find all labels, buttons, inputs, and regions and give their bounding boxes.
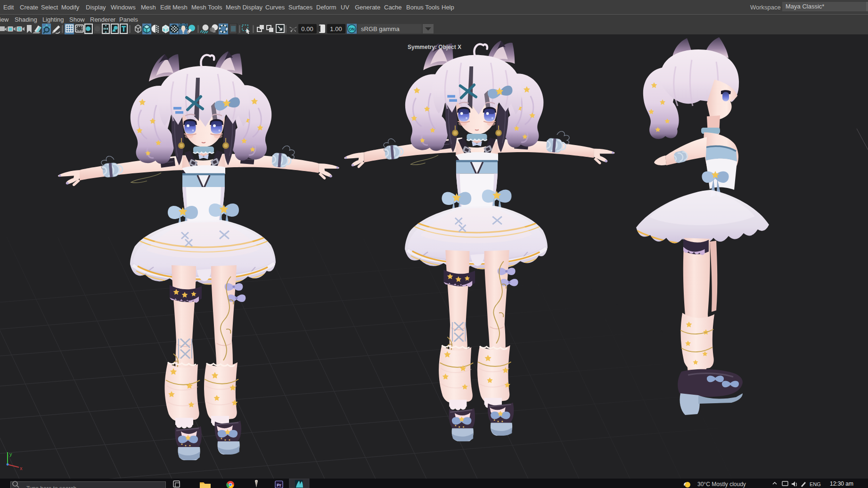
svg-text:Symmetry: Object X: Symmetry: Object X: [408, 44, 461, 50]
svg-text:sRGB gamma: sRGB gamma: [361, 25, 400, 33]
svg-text:0.00: 0.00: [301, 25, 313, 33]
svg-text:x: x: [20, 465, 23, 471]
svg-text:Pr: Pr: [277, 483, 281, 488]
svg-text:ON: ON: [349, 27, 355, 32]
svg-text:1.00: 1.00: [330, 25, 342, 33]
svg-text:y: y: [9, 451, 12, 457]
